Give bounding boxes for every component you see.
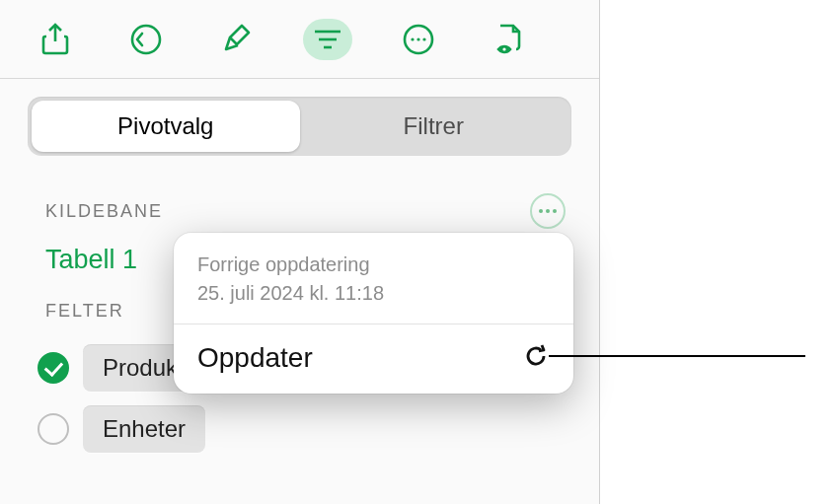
- undo-button[interactable]: [101, 10, 191, 69]
- svg-point-10: [546, 209, 550, 213]
- source-section-header-row: KILDEBANE: [28, 185, 571, 235]
- popover-caption: Forrige oppdatering 25. juli 2024 kl. 11…: [174, 233, 573, 324]
- undo-icon: [126, 20, 166, 59]
- refresh-label: Oppdater: [197, 342, 313, 374]
- ellipsis-circle-icon: [399, 20, 438, 59]
- field-chip[interactable]: Enheter: [83, 405, 205, 453]
- tab-filter[interactable]: Filtrer: [300, 101, 568, 152]
- source-menu-button[interactable]: [530, 193, 566, 229]
- source-section-header: KILDEBANE: [45, 201, 163, 222]
- last-update-label: Forrige oppdatering: [197, 251, 550, 279]
- field-checkbox[interactable]: [38, 413, 69, 445]
- paintbrush-icon: [217, 20, 257, 59]
- segmented-control: Pivotvalg Filtrer: [28, 97, 571, 156]
- more-button[interactable]: [373, 10, 464, 69]
- last-update-timestamp: 25. juli 2024 kl. 11:18: [197, 279, 550, 308]
- share-icon: [36, 20, 75, 59]
- svg-point-7: [422, 37, 425, 40]
- organize-button[interactable]: [282, 10, 373, 69]
- filter-lines-icon: [303, 19, 352, 60]
- refresh-icon: [522, 342, 550, 374]
- document-view-button[interactable]: [464, 10, 555, 69]
- ellipsis-icon: [538, 208, 558, 214]
- inspector-panel: Pivotvalg Filtrer KILDEBANE Tabell 1 FEL…: [0, 0, 600, 504]
- refresh-row[interactable]: Oppdater: [174, 324, 573, 394]
- svg-point-6: [416, 37, 419, 40]
- share-button[interactable]: [10, 10, 101, 69]
- document-eye-icon: [490, 20, 529, 59]
- field-row[interactable]: Enheter: [38, 398, 571, 460]
- svg-point-5: [411, 37, 414, 40]
- callout-line: [549, 355, 805, 357]
- svg-point-11: [553, 209, 557, 213]
- svg-point-9: [539, 209, 543, 213]
- svg-point-8: [502, 47, 505, 50]
- toolbar: [0, 0, 599, 79]
- format-button[interactable]: [191, 10, 282, 69]
- refresh-popover: Forrige oppdatering 25. juli 2024 kl. 11…: [174, 233, 573, 394]
- field-checkbox[interactable]: [38, 352, 69, 384]
- tab-pivot-options[interactable]: Pivotvalg: [32, 101, 300, 152]
